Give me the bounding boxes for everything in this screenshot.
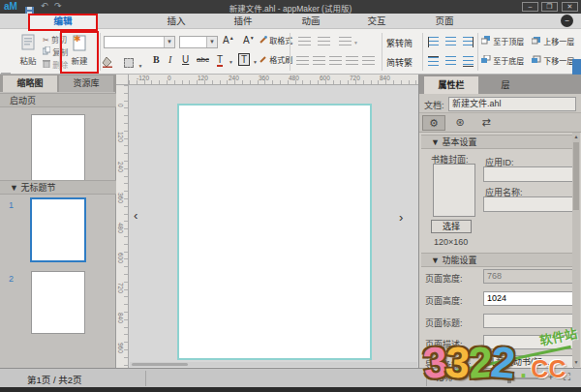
align-right-icon[interactable] xyxy=(346,56,358,67)
layer-down-icon xyxy=(532,57,541,66)
watermark-dot: . xyxy=(520,355,527,382)
send-to-back-label: 至于底层 xyxy=(493,57,524,66)
app-id-field[interactable] xyxy=(483,166,574,182)
ruler-label: 720 xyxy=(117,283,124,293)
scroll-up-icon[interactable]: ▲ xyxy=(572,133,580,141)
paint-bucket-icon xyxy=(102,56,113,68)
page-thumbnail-1[interactable] xyxy=(30,197,86,262)
border-style-button[interactable]: ▼ xyxy=(124,54,143,68)
underline-button[interactable]: U xyxy=(182,54,189,65)
align-objects-vcenter-icon[interactable] xyxy=(445,56,456,67)
format-painter-button[interactable]: 格式刷 xyxy=(260,54,292,67)
startup-page-thumbnail[interactable] xyxy=(31,114,85,182)
send-to-back-button[interactable]: 至于底层 xyxy=(481,55,524,68)
horizontal-ruler: -120 0 120 240 360 480 600 720 840 xyxy=(129,75,418,85)
increase-indent-icon[interactable] xyxy=(318,37,330,47)
startup-page-header[interactable]: 启动页 xyxy=(0,93,116,107)
ruler-label: 600 xyxy=(320,75,330,81)
panel-tab-strip: 属性栏 层 xyxy=(419,75,581,94)
page-width-label: 页面宽度: xyxy=(425,272,463,285)
layers-front-icon xyxy=(481,38,491,46)
tab-thumbnails[interactable]: 缩略图 xyxy=(3,75,57,92)
gear-icon[interactable]: ⚙ xyxy=(422,115,445,131)
horizontal-scrollbar[interactable] xyxy=(130,362,417,367)
tab-page[interactable]: 页面 xyxy=(411,14,478,29)
paste-button[interactable]: 粘贴 xyxy=(12,32,45,72)
close-button[interactable]: ✕ xyxy=(562,2,578,12)
align-left-icon[interactable] xyxy=(313,56,325,67)
wheel-icon[interactable]: ⊛ xyxy=(448,115,472,131)
untitled-section-header[interactable]: ▼ 无标题节 xyxy=(0,180,116,195)
move-up-layer-button[interactable]: 上移一层 xyxy=(532,36,574,48)
help-icon[interactable]: ~ xyxy=(561,15,573,27)
page-width-field: 768 xyxy=(483,269,574,284)
simplified-to-traditional-button[interactable]: 简转繁 xyxy=(386,56,413,69)
trash-icon xyxy=(43,61,50,70)
minimize-button[interactable]: – xyxy=(522,2,538,12)
align-objects-bottom-icon[interactable] xyxy=(463,56,474,67)
move-down-layer-label: 下移一层 xyxy=(543,57,574,66)
tab-layers[interactable]: 层 xyxy=(478,76,533,94)
line-spacing-icon[interactable] xyxy=(339,37,352,47)
bring-to-front-button[interactable]: 至于顶层 xyxy=(481,36,524,48)
tab-plugins[interactable]: 插件 xyxy=(209,14,277,29)
function-settings-header[interactable]: ▼ 功能设置 xyxy=(421,253,572,267)
italic-button[interactable]: I xyxy=(168,54,171,65)
previous-page-arrow[interactable]: ‹ xyxy=(134,208,138,223)
watermark-digit: 2 xyxy=(490,340,518,385)
align-objects-left-icon[interactable] xyxy=(428,37,439,47)
page-height-field[interactable]: 1024 xyxy=(483,291,574,306)
bullet-list-icon[interactable] xyxy=(296,56,309,67)
align-center-icon[interactable] xyxy=(329,56,342,67)
pick-format-button[interactable]: 取格式 xyxy=(260,35,292,47)
ruler-label: 600 xyxy=(117,253,124,263)
tab-interaction[interactable]: 交互 xyxy=(343,14,411,29)
app-name-field[interactable] xyxy=(483,196,574,212)
align-objects-top-icon[interactable] xyxy=(428,56,439,67)
tab-resource-library[interactable]: 资源库 xyxy=(59,75,113,92)
cover-size-label: 120×160 xyxy=(434,237,468,247)
paste-icon xyxy=(12,34,45,53)
decrease-indent-icon[interactable] xyxy=(298,37,311,47)
text-color-button[interactable]: T xyxy=(217,54,223,67)
properties-panel: 属性栏 层 文档: 新建文件.ahl ⚙ ⊛ ⇄ ▼ 基本设置 书籍封面: 应用… xyxy=(418,75,581,368)
tab-animation[interactable]: 动画 xyxy=(277,14,345,29)
tab-insert[interactable]: 插入 xyxy=(142,14,210,29)
shrink-font-button[interactable]: A▼ xyxy=(243,35,255,45)
font-family-select[interactable]: ▼ xyxy=(104,36,175,48)
text-highlight-button[interactable]: T xyxy=(238,53,250,66)
next-page-arrow[interactable]: › xyxy=(399,210,403,225)
ruler-label: 960 xyxy=(117,343,124,353)
ruler-label: 480 xyxy=(117,223,124,233)
align-objects-right-icon[interactable] xyxy=(463,37,474,47)
align-justify-icon[interactable] xyxy=(362,56,375,67)
document-name-field[interactable]: 新建文件.ahl xyxy=(448,97,576,111)
fill-color-button[interactable]: ▼ xyxy=(102,54,121,68)
chevron-down-icon: ▼ xyxy=(229,59,233,65)
font-size-select[interactable]: ▼ xyxy=(179,36,218,48)
maximize-button[interactable]: ❐ xyxy=(541,2,558,12)
align-objects-hcenter-icon[interactable] xyxy=(445,37,456,47)
design-page[interactable] xyxy=(177,104,372,360)
tab-properties[interactable]: 属性栏 xyxy=(424,76,478,94)
basic-settings-header[interactable]: ▼ 基本设置 xyxy=(421,135,572,149)
up-triangle-icon: ▲ xyxy=(229,35,234,41)
move-down-layer-button[interactable]: 下移一层 xyxy=(532,55,574,68)
watermark-cc: CC xyxy=(531,355,566,382)
select-cover-button[interactable]: 选择 xyxy=(431,220,472,233)
ruler-label: -120 xyxy=(137,75,149,81)
annotation-box-new-button xyxy=(60,31,99,74)
ruler-label: 0 xyxy=(168,75,171,81)
strikethrough-button[interactable]: abc xyxy=(197,55,209,64)
book-cover-thumbnail[interactable] xyxy=(433,164,475,217)
vertical-ruler: 0 120 240 360 480 600 720 840 960 xyxy=(116,85,129,368)
page-thumbnail-2[interactable] xyxy=(31,271,85,334)
swap-arrows-icon[interactable]: ⇄ xyxy=(474,115,498,131)
paste-label: 粘贴 xyxy=(19,56,36,66)
ruler-label: 480 xyxy=(289,75,299,81)
traditional-to-simplified-button[interactable]: 繁转简 xyxy=(386,37,413,49)
bold-button[interactable]: B xyxy=(153,54,160,65)
scrollbar-thumb[interactable] xyxy=(573,142,579,210)
grow-font-button[interactable]: A▲ xyxy=(223,35,234,45)
panel-icon-row: ⚙ ⊛ ⇄ xyxy=(419,113,581,133)
